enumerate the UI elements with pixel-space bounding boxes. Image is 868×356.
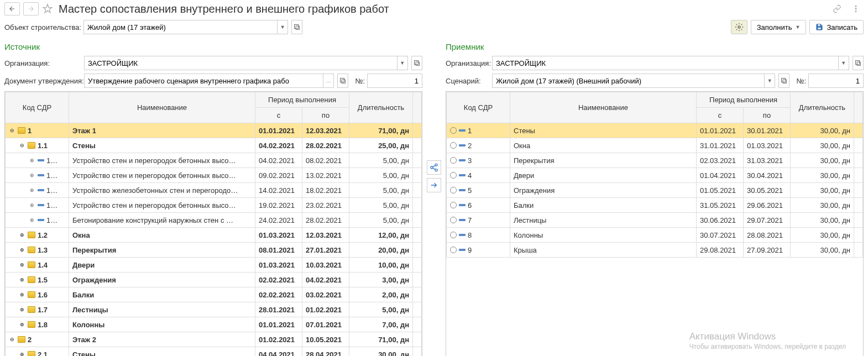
link-items-button[interactable] <box>427 160 441 175</box>
table-row[interactable]: ⊕1.4Двери01.03.202110.03.202110,00, дн <box>6 258 422 273</box>
table-row[interactable]: ⊕1…Бетонирование конструкций наружных ст… <box>6 213 422 228</box>
table-row[interactable]: ⊖1.1Стены04.02.202128.02.202125,00, дн <box>6 138 422 153</box>
radio-icon[interactable] <box>450 187 457 193</box>
svg-point-0 <box>855 6 856 7</box>
ellipsis-icon[interactable]: … <box>323 74 333 87</box>
radio-icon[interactable] <box>450 202 457 208</box>
expand-icon[interactable]: ⊕ <box>19 232 25 238</box>
dropdown-icon[interactable]: ▼ <box>838 56 849 70</box>
expand-icon[interactable]: ⊖ <box>9 127 15 134</box>
target-num-input[interactable] <box>808 74 864 88</box>
radio-icon[interactable] <box>450 157 457 164</box>
table-row[interactable]: 3Перекрытия02.03.202131.03.202130,00, дн <box>447 153 863 168</box>
settings-button[interactable] <box>731 20 747 34</box>
source-num-label: №: <box>355 77 365 85</box>
expand-icon[interactable]: ⊕ <box>19 247 25 253</box>
expand-icon[interactable]: ⊕ <box>29 157 35 164</box>
expand-icon[interactable]: ⊕ <box>29 202 35 208</box>
expand-icon[interactable]: ⊖ <box>19 142 25 149</box>
construction-input[interactable] <box>84 20 277 34</box>
radio-icon[interactable] <box>450 217 457 223</box>
table-row[interactable]: 5Ограждения01.05.202130.05.202130,00, дн <box>447 183 863 198</box>
item-icon <box>38 189 44 191</box>
expand-icon[interactable]: ⊕ <box>19 306 25 313</box>
table-row[interactable]: ⊕1.5Ограждения02.02.202104.02.20213,00, … <box>6 273 422 287</box>
table-row[interactable]: 9Крыша29.08.202127.09.202130,00, дн <box>447 243 863 258</box>
svg-point-2 <box>855 11 856 12</box>
item-icon <box>38 159 44 161</box>
table-row[interactable]: ⊕1.8Колонны01.01.202107.01.20217,00, дн <box>6 317 422 332</box>
move-right-button[interactable] <box>427 178 441 192</box>
nav-back-button[interactable] <box>4 2 20 15</box>
source-title: Источник <box>4 42 422 51</box>
source-doc-combo[interactable]: … <box>84 74 334 88</box>
table-row[interactable]: 4Двери01.04.202130.04.202130,00, дн <box>447 168 863 183</box>
expand-icon[interactable]: ⊕ <box>19 321 25 328</box>
construction-combo[interactable]: ▼ <box>83 20 288 34</box>
table-row[interactable]: ⊕1…Устройство стен и перегородок бетонны… <box>6 168 422 183</box>
open-external-icon[interactable] <box>853 56 864 70</box>
nav-forward-button[interactable] <box>23 2 39 15</box>
share-icon <box>430 163 438 172</box>
target-org-input[interactable] <box>493 56 838 70</box>
folder-icon <box>28 247 35 253</box>
table-row[interactable]: 8Колонны30.07.202128.08.202130,00, дн <box>447 228 863 243</box>
open-external-icon[interactable] <box>337 74 348 88</box>
table-row[interactable]: ⊕1…Устройство стен и перегородок бетонны… <box>6 153 422 168</box>
radio-icon[interactable] <box>450 247 457 253</box>
dropdown-icon[interactable]: ▼ <box>277 20 287 34</box>
table-row[interactable]: ⊕1.2Окна01.03.202112.03.202112,00, дн <box>6 228 422 243</box>
radio-icon[interactable] <box>450 232 457 238</box>
open-external-icon[interactable] <box>291 20 302 34</box>
folder-icon <box>28 306 35 313</box>
radio-icon[interactable] <box>450 127 457 134</box>
target-org-combo[interactable]: ▼ <box>492 56 849 70</box>
item-icon <box>459 174 466 176</box>
table-row[interactable]: ⊕1…Устройство стен и перегородок бетонны… <box>6 198 422 213</box>
expand-icon[interactable]: ⊕ <box>29 187 35 193</box>
save-button[interactable]: Записать <box>809 20 864 34</box>
open-external-icon[interactable] <box>411 56 422 70</box>
target-scen-combo[interactable]: ▼ <box>492 74 775 88</box>
source-num-input[interactable] <box>367 74 422 88</box>
expand-icon[interactable]: ⊕ <box>19 276 25 283</box>
source-panel: Источник Организация: ▼ Документ утвержд… <box>4 39 422 356</box>
target-scen-input[interactable] <box>493 74 764 87</box>
table-row[interactable]: ⊖2Этаж 201.02.202110.05.202171,00, дн <box>6 332 422 347</box>
table-row[interactable]: ⊕1.6Балки02.02.202103.02.20212,00, дн <box>6 287 422 302</box>
dropdown-icon[interactable]: ▼ <box>397 56 407 70</box>
table-row[interactable]: ⊕1.7Лестницы28.01.202101.02.20215,00, дн <box>6 302 422 317</box>
link-icon[interactable] <box>833 4 841 13</box>
table-row[interactable]: ⊕1.3Перекрытия08.01.202127.01.202120,00,… <box>6 243 422 258</box>
source-doc-input[interactable] <box>85 74 323 87</box>
item-icon <box>459 204 466 206</box>
gear-icon <box>735 23 744 32</box>
dropdown-icon[interactable]: ▼ <box>764 74 775 87</box>
favorite-icon[interactable] <box>42 3 53 14</box>
item-icon <box>459 129 466 132</box>
target-scen-label: Сценарий: <box>446 77 490 85</box>
radio-icon[interactable] <box>450 172 457 179</box>
expand-icon[interactable]: ⊖ <box>9 336 15 343</box>
table-row[interactable]: 2Окна31.01.202101.03.202130,00, дн <box>447 138 863 153</box>
expand-icon[interactable]: ⊕ <box>29 172 35 179</box>
radio-icon[interactable] <box>450 142 457 149</box>
table-row[interactable]: ⊕2.1Стены04.04.202128.04.202130,00, дн <box>6 347 422 357</box>
svg-point-10 <box>431 166 433 169</box>
expand-icon[interactable]: ⊕ <box>29 217 35 223</box>
source-org-input[interactable] <box>85 56 397 70</box>
table-row[interactable]: ⊖1Этаж 101.01.202112.03.202171,00, дн <box>6 123 422 138</box>
table-row[interactable]: 7Лестницы30.06.202129.07.202130,00, дн <box>447 213 863 228</box>
expand-icon[interactable]: ⊕ <box>19 261 25 268</box>
source-org-combo[interactable]: ▼ <box>84 56 408 70</box>
folder-icon <box>18 336 25 343</box>
kebab-menu-icon[interactable] <box>851 4 860 13</box>
table-row[interactable]: 6Балки31.05.202129.06.202130,00, дн <box>447 198 863 213</box>
table-row[interactable]: ⊕1…Устройство железобетонных стен и пере… <box>6 183 422 198</box>
expand-icon[interactable]: ⊕ <box>19 291 25 298</box>
expand-icon[interactable]: ⊕ <box>19 351 25 356</box>
svg-point-4 <box>738 26 740 28</box>
table-row[interactable]: 1Стены01.01.202130.01.202130,00, дн <box>447 123 863 138</box>
fill-button[interactable]: Заполнить▼ <box>751 20 807 34</box>
open-external-icon[interactable] <box>778 74 789 88</box>
